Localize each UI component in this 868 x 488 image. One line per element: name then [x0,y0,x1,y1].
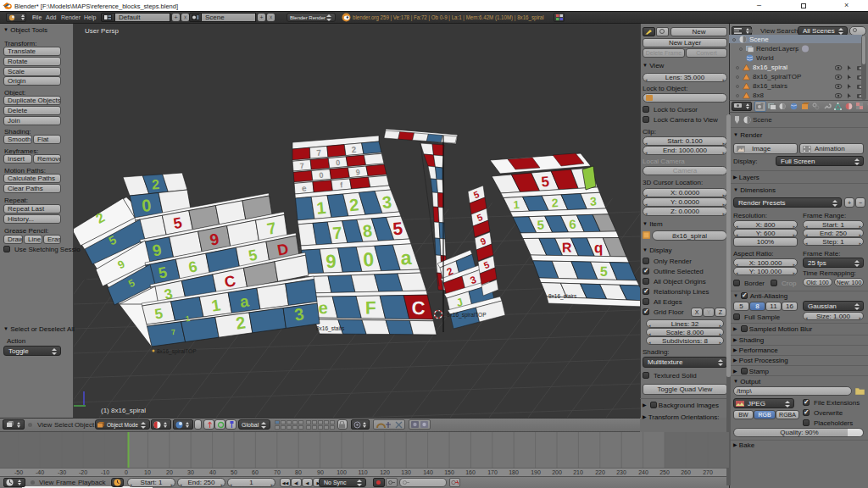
svg-text:6: 6 [569,217,576,231]
svg-text:8: 8 [362,221,373,241]
svg-text:100: 100 [337,469,347,475]
svg-text:180: 180 [509,469,519,475]
svg-text:130: 130 [401,469,411,475]
svg-text:7: 7 [331,223,342,242]
svg-text:0: 0 [141,196,152,215]
svg-text:5: 5 [537,217,544,231]
svg-text:240: 240 [638,469,648,475]
svg-text:e: e [318,298,328,317]
svg-text:q: q [594,240,604,256]
svg-text:110: 110 [358,469,367,475]
svg-text:1: 1 [513,198,520,211]
svg-text:0: 0 [125,469,128,475]
svg-text:0: 0 [363,248,375,271]
svg-text:-40: -40 [36,469,44,475]
svg-text:5: 5 [600,264,608,279]
svg-text:2: 2 [348,195,359,214]
svg-text:170: 170 [487,469,498,475]
svg-text:-10: -10 [101,469,109,475]
svg-text:5: 5 [541,174,550,191]
svg-text:8x16_spiralTOP: 8x16_spiralTOP [447,312,487,319]
svg-text:150: 150 [444,469,454,475]
svg-text:20: 20 [166,469,173,475]
svg-text:220: 220 [595,469,605,475]
svg-text:User Persp: User Persp [85,27,120,35]
svg-text:-50: -50 [14,469,23,475]
svg-text:270: 270 [703,469,713,475]
svg-text:230: 230 [616,469,626,475]
svg-text:40: 40 [209,469,216,475]
svg-text:210: 210 [573,469,583,475]
svg-text:-30: -30 [58,469,66,475]
svg-text:9: 9 [355,168,360,176]
svg-text:1: 1 [315,198,326,218]
svg-text:10: 10 [144,469,151,475]
svg-text:190: 190 [531,469,541,475]
svg-text:8x16_stairs: 8x16_stairs [316,325,345,332]
svg-text:2: 2 [551,196,559,209]
svg-text:3: 3 [590,194,598,208]
svg-text:50: 50 [231,469,237,475]
svg-text:80: 80 [295,469,302,475]
svg-text:260: 260 [681,469,691,475]
svg-text:C: C [411,297,425,319]
svg-text:2: 2 [152,177,160,192]
svg-text:160: 160 [465,469,476,475]
svg-text:9: 9 [326,251,337,273]
svg-text:a: a [400,247,412,269]
svg-text:7: 7 [299,161,304,169]
svg-text:F: F [365,297,376,317]
svg-text:120: 120 [380,469,390,475]
svg-text:200: 200 [552,469,562,475]
svg-text:140: 140 [423,469,433,475]
svg-text:90: 90 [317,469,324,475]
svg-text:8x16_stairs: 8x16_stairs [548,293,577,300]
svg-text:3: 3 [381,192,392,212]
svg-text:30: 30 [187,469,194,475]
svg-text:(1) 8x16_spiral: (1) 8x16_spiral [101,407,146,414]
svg-text:|: | [795,46,797,53]
svg-text:250: 250 [659,469,670,475]
svg-text:-20: -20 [79,469,87,475]
svg-text:70: 70 [274,469,281,475]
svg-text:0: 0 [336,158,341,167]
svg-text:5: 5 [392,219,403,239]
svg-text:8x16_spiralTOP: 8x16_spiralTOP [157,348,197,355]
svg-text:0: 0 [319,171,324,180]
svg-text:R: R [562,240,572,254]
svg-text:60: 60 [252,469,259,475]
